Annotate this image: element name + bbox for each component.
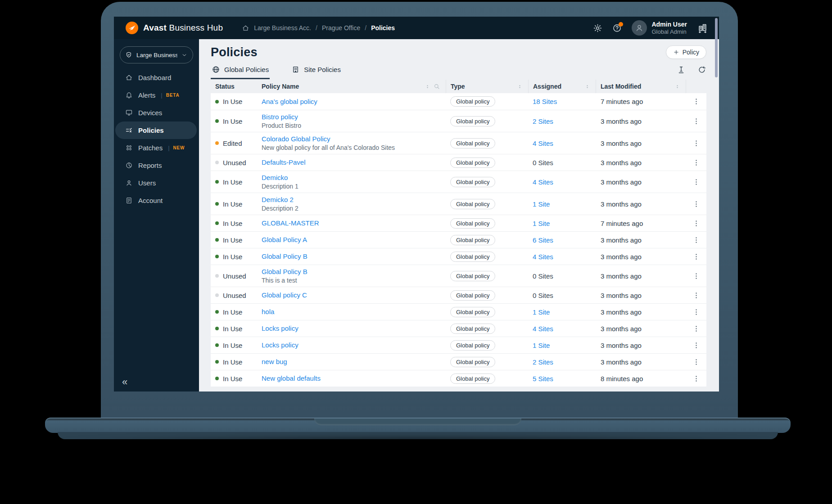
policy-name-link[interactable]: Ana's global policy xyxy=(262,98,317,105)
row-actions-button[interactable] xyxy=(686,236,706,244)
policy-name-link[interactable]: hola xyxy=(262,308,274,315)
row-actions-button[interactable] xyxy=(686,140,706,147)
assigned-sites-link[interactable]: 4 Sites xyxy=(533,253,553,261)
assigned-sites-link[interactable]: 1 Site xyxy=(533,200,550,208)
policy-name-link[interactable]: Demicko 2 xyxy=(262,196,294,203)
main-content: Policies Policy Global Policies Site Pol… xyxy=(199,39,719,392)
sidebar-item-alerts[interactable]: Alerts|BETA xyxy=(114,86,199,104)
sidebar-item-dashboard[interactable]: Dashboard xyxy=(114,69,199,86)
column-header-assigned[interactable]: Assigned xyxy=(528,80,596,93)
sidebar-item-policies[interactable]: Policies xyxy=(115,122,197,139)
policy-name-link[interactable]: Global Policy B xyxy=(262,252,307,260)
assigned-sites-link[interactable]: 5 Sites xyxy=(533,375,553,382)
sort-icon[interactable] xyxy=(517,84,523,90)
policy-name-cell: New global defaults xyxy=(261,374,446,382)
tab-global-policies[interactable]: Global Policies xyxy=(211,63,270,79)
sidebar-item-patches[interactable]: Patches|NEW xyxy=(114,139,199,157)
status-cell: In Use xyxy=(211,308,261,316)
policy-name-link[interactable]: New global defaults xyxy=(262,374,321,382)
sidebar-item-account[interactable]: Account xyxy=(114,192,199,209)
policy-type-badge: Global policy xyxy=(450,177,495,187)
column-header-type[interactable]: Type xyxy=(446,80,528,93)
policy-name-cell: Global Policy A xyxy=(261,236,446,244)
row-actions-button[interactable] xyxy=(686,375,706,382)
row-actions-button[interactable] xyxy=(686,98,706,105)
row-actions-button[interactable] xyxy=(686,292,706,299)
row-actions-button[interactable] xyxy=(686,220,706,227)
help-notification-dot xyxy=(619,22,623,27)
policy-name-cell: Global policy C xyxy=(261,291,446,299)
row-actions-button[interactable] xyxy=(686,325,706,333)
table-row: In UseAna's global policyGlobal policy18… xyxy=(211,93,706,110)
assigned-sites-link[interactable]: 1 Site xyxy=(533,342,550,349)
row-actions-button[interactable] xyxy=(686,200,706,208)
kebab-icon xyxy=(692,253,700,261)
user-menu[interactable]: Admin User Global Admin xyxy=(632,20,687,36)
assigned-sites-link[interactable]: 4 Sites xyxy=(533,325,553,333)
policy-name-link[interactable]: Global Policy A xyxy=(262,236,307,243)
help-button[interactable] xyxy=(612,23,622,33)
policy-name-link[interactable]: Global Policy B xyxy=(262,268,307,275)
row-actions-button[interactable] xyxy=(686,342,706,349)
text-cursor-icon[interactable] xyxy=(677,65,686,74)
table-row: In UseGlobal Policy AGlobal policy6 Site… xyxy=(211,231,706,248)
sort-icon[interactable] xyxy=(584,84,590,90)
assigned-sites-link[interactable]: 18 Sites xyxy=(533,98,557,105)
org-switcher-button[interactable] xyxy=(697,22,708,34)
add-policy-button[interactable]: Policy xyxy=(666,45,706,59)
sidebar-item-reports[interactable]: Reports xyxy=(114,157,199,174)
sort-icon[interactable] xyxy=(425,84,430,90)
assigned-sites-link[interactable]: 2 Sites xyxy=(533,117,553,125)
kebab-icon xyxy=(692,358,700,366)
sidebar-collapse-button[interactable]: « xyxy=(122,377,127,387)
row-actions-button[interactable] xyxy=(686,178,706,186)
row-actions-button[interactable] xyxy=(686,253,706,261)
policy-name-link[interactable]: Demicko xyxy=(262,174,288,181)
policy-name-link[interactable]: new bug xyxy=(262,358,287,365)
row-actions-button[interactable] xyxy=(686,272,706,280)
assigned-sites-link[interactable]: 1 Site xyxy=(533,308,550,316)
policy-name-link[interactable]: Locks policy xyxy=(262,341,298,349)
row-actions-button[interactable] xyxy=(686,308,706,316)
policy-name-cell: Global Policy BThis is a test xyxy=(261,268,446,284)
kebab-icon xyxy=(692,220,700,227)
assigned-cell: 4 Sites xyxy=(528,325,596,333)
column-header-status[interactable]: Status xyxy=(211,80,261,93)
breadcrumb-item: Policies xyxy=(371,24,395,32)
sort-icon[interactable] xyxy=(674,84,680,90)
assigned-sites-link[interactable]: 1 Site xyxy=(533,220,550,227)
assigned-sites-link[interactable]: 6 Sites xyxy=(533,236,553,244)
assigned-sites-link[interactable]: 4 Sites xyxy=(533,140,553,147)
row-actions-button[interactable] xyxy=(686,117,706,125)
search-icon[interactable] xyxy=(433,83,440,90)
status-label: Edited xyxy=(223,140,242,147)
policy-name-link[interactable]: Global policy C xyxy=(262,291,307,299)
column-header-policy-name[interactable]: Policy Name xyxy=(261,80,446,93)
last-modified-cell: 8 minutes ago xyxy=(596,375,686,382)
sidebar-item-devices[interactable]: Devices xyxy=(114,104,199,122)
site-building-icon xyxy=(291,65,300,74)
column-header-last-modified[interactable]: Last Modified xyxy=(596,80,686,93)
settings-button[interactable] xyxy=(593,23,602,33)
policy-name-link[interactable]: GLOBAL-MASTER xyxy=(262,219,319,227)
sidebar-item-users[interactable]: Users xyxy=(114,174,199,192)
status-badge: BETA xyxy=(166,93,180,98)
account-switcher[interactable]: Large Business Acc. xyxy=(120,46,193,63)
assigned-cell: 1 Site xyxy=(528,220,596,227)
assigned-sites-link[interactable]: 4 Sites xyxy=(533,178,553,186)
policy-name-link[interactable]: Colorado Global Policy xyxy=(262,135,330,143)
refresh-icon[interactable] xyxy=(697,65,706,74)
breadcrumb-item[interactable]: Prague Office xyxy=(322,24,360,32)
policy-name-link[interactable]: Locks policy xyxy=(262,324,298,332)
type-cell: Global policy xyxy=(446,158,528,168)
breadcrumb-item[interactable]: Large Business Acc. xyxy=(254,24,311,32)
status-cell: In Use xyxy=(211,253,261,261)
policy-name-link[interactable]: Defaults-Pavel xyxy=(262,158,306,166)
assigned-sites-link[interactable]: 2 Sites xyxy=(533,358,553,366)
status-label: In Use xyxy=(223,220,242,227)
row-actions-button[interactable] xyxy=(686,358,706,366)
row-actions-button[interactable] xyxy=(686,159,706,166)
scrollbar-thumb[interactable] xyxy=(715,18,718,77)
policy-name-link[interactable]: Bistro policy xyxy=(262,113,298,121)
tab-site-policies[interactable]: Site Policies xyxy=(290,63,342,79)
